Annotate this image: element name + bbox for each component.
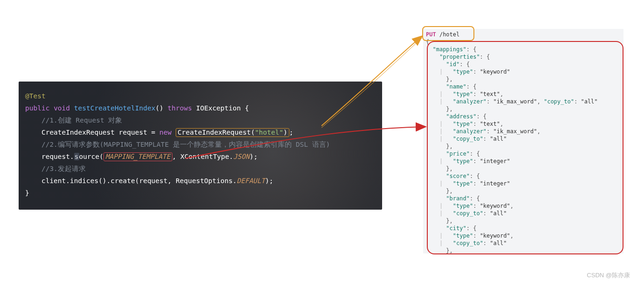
mapping-template-highlight: MAPPING_TEMPLATE (103, 152, 172, 161)
json-dsl-panel: PUT /hotel { "mappings": { "properties":… (423, 29, 623, 253)
java-code-panel: @Test public void testCreateHotelIndex()… (19, 82, 382, 210)
watermark: CSDN @陈亦康 (587, 271, 630, 280)
create-index-highlight: CreateIndexRequest("hotel") (176, 128, 289, 137)
json-body: { "mappings": { "properties": { "id": { … (426, 39, 598, 253)
json-code: PUT /hotel { "mappings": { "properties":… (426, 31, 622, 253)
java-code: @Test public void testCreateHotelIndex()… (25, 90, 382, 199)
